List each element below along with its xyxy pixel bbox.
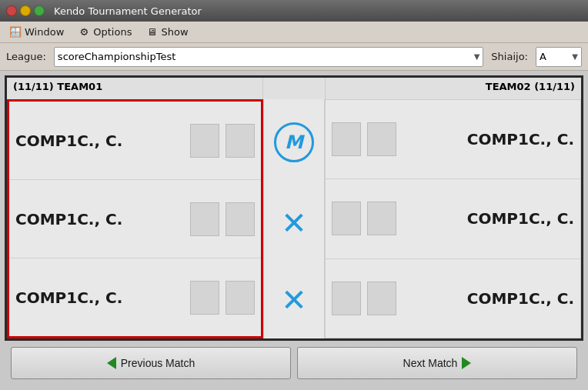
right-score-box-0b[interactable] xyxy=(332,122,361,156)
content-area: (11/11) TEAM01 TEAM02 (11/11) COMP1C., C… xyxy=(0,71,588,390)
league-value: scoreChampionshipTest xyxy=(58,51,175,62)
right-score-box-2b[interactable] xyxy=(332,282,361,315)
left-player-row-2: COMP1C., C. xyxy=(9,258,261,336)
symbol-x-2: ✕ xyxy=(281,285,307,315)
shiaijo-dropdown-arrow: ▼ xyxy=(572,52,578,61)
right-player-row-0: COMP1C., C. xyxy=(326,100,580,179)
match-grid: (11/11) TEAM01 TEAM02 (11/11) COMP1C., C… xyxy=(7,78,581,338)
right-player-name-0: COMP1C., C. xyxy=(403,130,574,148)
close-button[interactable] xyxy=(6,5,17,16)
left-player-row-1: COMP1C., C. xyxy=(9,180,261,258)
menu-item-options[interactable]: ⚙ Options xyxy=(72,24,138,41)
left-player-name-0: COMP1C., C. xyxy=(15,132,184,150)
menu-window-label: Window xyxy=(25,26,64,38)
right-player-name-2: COMP1C., C. xyxy=(403,289,574,308)
league-dropdown-arrow: ▼ xyxy=(474,52,480,61)
menu-show-label: Show xyxy=(161,26,188,38)
left-player-row-0: COMP1C., C. xyxy=(9,102,261,180)
left-score-box-2a[interactable] xyxy=(190,281,219,315)
team-right-header: TEAM02 (11/11) xyxy=(325,78,581,99)
right-score-box-1b[interactable] xyxy=(332,202,361,235)
center-header xyxy=(263,78,325,99)
center-panel: M ✕ ✕ xyxy=(263,99,325,338)
prev-arrow-icon xyxy=(107,357,116,369)
app-window: Kendo Tournament Generator 🪟 Window ⚙ Op… xyxy=(0,0,588,390)
right-score-box-2a[interactable] xyxy=(367,282,396,315)
right-score-box-0a[interactable] xyxy=(367,122,396,156)
button-bar: Previous Match Next Match xyxy=(5,341,583,385)
right-player-row-1: COMP1C., C. xyxy=(326,179,580,258)
left-panel: COMP1C., C. COMP1C., C. COMP1C., C. xyxy=(7,99,263,338)
toolbar: League: scoreChampionshipTest ▼ Shiaijo:… xyxy=(0,43,588,71)
next-match-button[interactable]: Next Match xyxy=(297,347,577,379)
team-left-header: (11/11) TEAM01 xyxy=(7,78,263,99)
left-score-box-0a[interactable] xyxy=(190,124,219,158)
shiaijo-select[interactable]: A ▼ xyxy=(536,47,582,67)
menu-options-label: Options xyxy=(93,26,132,38)
match-container: (11/11) TEAM01 TEAM02 (11/11) COMP1C., C… xyxy=(5,75,583,341)
right-panel: COMP1C., C. COMP1C., C. COMP1C., C. xyxy=(325,99,581,338)
symbol-m: M xyxy=(274,122,314,162)
window-icon: 🪟 xyxy=(9,26,22,38)
symbol-x-1: ✕ xyxy=(281,208,307,238)
right-player-row-2: COMP1C., C. xyxy=(326,259,580,338)
menu-item-window[interactable]: 🪟 Window xyxy=(3,24,70,41)
left-player-name-2: COMP1C., C. xyxy=(15,288,184,307)
previous-match-button[interactable]: Previous Match xyxy=(11,347,291,379)
left-score-box-1a[interactable] xyxy=(190,202,219,236)
league-label: League: xyxy=(6,51,46,62)
title-bar: Kendo Tournament Generator xyxy=(0,0,588,22)
left-score-box-0b[interactable] xyxy=(226,124,255,158)
maximize-button[interactable] xyxy=(34,5,45,16)
next-match-label: Next Match xyxy=(403,357,458,369)
next-arrow-icon xyxy=(462,357,471,369)
title-bar-buttons xyxy=(6,5,45,16)
right-score-box-1a[interactable] xyxy=(367,202,396,235)
left-score-box-1b[interactable] xyxy=(226,202,255,236)
shiaijo-label: Shiaijo: xyxy=(491,51,528,62)
menu-bar: 🪟 Window ⚙ Options 🖥 Show xyxy=(0,22,588,43)
previous-match-label: Previous Match xyxy=(121,357,195,369)
gear-icon: ⚙ xyxy=(78,26,90,38)
left-score-box-2b[interactable] xyxy=(226,281,255,315)
right-player-name-1: COMP1C., C. xyxy=(403,209,574,228)
minimize-button[interactable] xyxy=(20,5,31,16)
show-icon: 🖥 xyxy=(145,26,158,38)
left-player-name-1: COMP1C., C. xyxy=(15,210,184,228)
menu-item-show[interactable]: 🖥 Show xyxy=(139,24,194,41)
shiaijo-value: A xyxy=(540,51,546,62)
league-select[interactable]: scoreChampionshipTest ▼ xyxy=(54,47,484,67)
window-title: Kendo Tournament Generator xyxy=(54,5,202,17)
